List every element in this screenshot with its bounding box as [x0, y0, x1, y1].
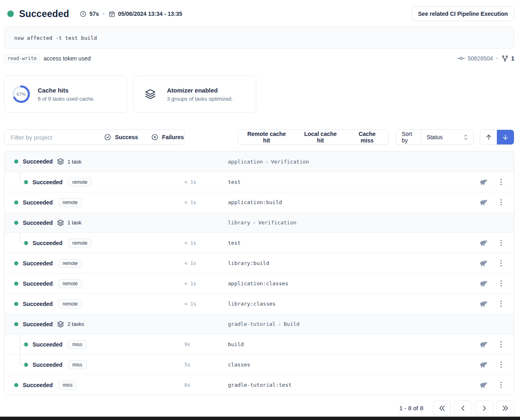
- cache-miss-button[interactable]: Cache miss: [346, 130, 388, 144]
- row-status-label: Succeeded: [23, 321, 53, 327]
- gradle-elephant-icon: [479, 178, 488, 187]
- atomizer-card[interactable]: Atomizer enabled 3 groups of tasks optim…: [133, 75, 256, 113]
- arrow-down-icon: [502, 134, 509, 141]
- status-dot-icon: [14, 383, 18, 387]
- cache-status-badge: miss: [68, 360, 87, 369]
- row-menu-button[interactable]: [500, 198, 503, 207]
- status-dot-icon: [14, 302, 18, 306]
- task-name: library:build: [228, 260, 269, 266]
- pagination: 1 - 8 of 8: [4, 401, 514, 416]
- gradle-scan-button[interactable]: [478, 278, 488, 289]
- group-row[interactable]: Succeeded2 tasksgradle-tutorial›Build: [4, 314, 514, 334]
- gradle-scan-button[interactable]: [478, 380, 488, 390]
- gradle-scan-button[interactable]: [478, 258, 488, 269]
- tree-connector: [20, 334, 25, 345]
- row-status-label: Succeeded: [23, 382, 53, 388]
- check-circle-icon: [104, 134, 111, 141]
- row-menu-button[interactable]: [500, 381, 503, 389]
- row-menu-button[interactable]: [500, 178, 503, 186]
- task-row[interactable]: Succeededremote< 1sapplication:build: [4, 192, 514, 212]
- row-menu-button[interactable]: [500, 259, 503, 267]
- gradle-scan-button[interactable]: [478, 299, 488, 309]
- remote-cache-hit-button[interactable]: Remote cache hit: [238, 130, 295, 144]
- cache-status-badge: miss: [58, 381, 77, 390]
- row-status-cluster: Succeededremote: [4, 259, 82, 268]
- token-type-badge: read-write: [4, 54, 40, 63]
- arrow-up-icon: [485, 134, 492, 141]
- task-row[interactable]: Succeededmiss9sbuild: [4, 334, 514, 354]
- task-duration: < 1s: [184, 240, 196, 246]
- command-box: nxw affected -t test build: [4, 27, 514, 49]
- row-status-cluster: Succeededremote: [4, 239, 92, 248]
- row-status-label: Succeeded: [32, 179, 63, 185]
- tree-connector: [20, 172, 25, 183]
- row-status-cluster: Succeededremote: [4, 178, 92, 187]
- success-filter-button[interactable]: Success: [98, 130, 145, 144]
- gradle-scan-button[interactable]: [478, 197, 488, 208]
- branch-icon: [501, 55, 509, 62]
- task-row[interactable]: Succeededmiss6sgradle-tutorial:test: [4, 375, 514, 395]
- vcs-info: 50828504 • 1: [457, 55, 514, 62]
- gradle-scan-button[interactable]: [478, 360, 488, 370]
- row-status-label: Succeeded: [32, 341, 63, 348]
- task-duration: 9s: [184, 342, 190, 347]
- gradle-scan-button[interactable]: [478, 238, 488, 248]
- local-cache-hit-button[interactable]: Local cache hit: [295, 130, 346, 144]
- branch-count: 1: [511, 55, 514, 62]
- status-dot-icon: [14, 200, 18, 205]
- sort-by-label: Sort by: [396, 130, 421, 144]
- task-duration: 5s: [184, 362, 190, 368]
- last-page-button[interactable]: [496, 401, 514, 416]
- sort-selected-value: Status: [427, 134, 443, 140]
- row-menu-button[interactable]: [500, 300, 503, 308]
- row-menu-button[interactable]: [500, 239, 503, 247]
- row-actions: [478, 258, 503, 269]
- task-name: build: [228, 341, 244, 347]
- project-filter-input[interactable]: [4, 130, 98, 144]
- first-page-button[interactable]: [433, 401, 451, 416]
- row-status-cluster: Succeededremote: [4, 279, 82, 288]
- status-dot-icon: [14, 282, 18, 286]
- commit-id[interactable]: 50828504: [468, 55, 493, 62]
- layers-icon: [57, 321, 64, 328]
- task-name: library:classes: [228, 301, 275, 307]
- row-menu-button[interactable]: [500, 340, 503, 349]
- cache-status-badge: miss: [68, 340, 87, 349]
- row-status-label: Succeeded: [23, 199, 53, 206]
- task-name: test: [228, 179, 240, 185]
- next-page-button[interactable]: [475, 401, 493, 416]
- chevron-right-icon: [481, 405, 488, 411]
- row-menu-button[interactable]: [500, 280, 503, 288]
- kebab-icon: [500, 179, 502, 185]
- sort-descending-button[interactable]: [497, 130, 514, 144]
- cache-status-badge: remote: [68, 239, 92, 248]
- gradle-scan-button[interactable]: [478, 339, 488, 350]
- success-filter-label: Success: [115, 134, 138, 140]
- group-row[interactable]: Succeeded1 tasklibrary›Verification: [4, 212, 514, 233]
- sort-select[interactable]: Status: [421, 130, 473, 144]
- row-menu-button[interactable]: [500, 361, 503, 369]
- task-row[interactable]: Succeededremote< 1slibrary:build: [4, 253, 514, 273]
- group-row[interactable]: Succeeded1 taskapplication›Verification: [4, 151, 514, 172]
- failures-filter-button[interactable]: Failures: [145, 130, 185, 144]
- previous-page-button[interactable]: [454, 401, 472, 416]
- task-name: gradle-tutorial:test: [228, 382, 292, 388]
- project-name: application: [228, 159, 263, 165]
- gradle-scan-button[interactable]: [478, 177, 488, 187]
- task-row[interactable]: Succeededremote< 1sapplication:classes: [4, 273, 514, 293]
- task-duration: < 1s: [184, 179, 196, 185]
- task-row[interactable]: Succeededremote< 1slibrary:classes: [4, 293, 514, 314]
- task-row[interactable]: Succeededremote< 1stest: [4, 172, 514, 192]
- target-group-name: Verification: [258, 220, 297, 226]
- kebab-icon: [500, 280, 502, 287]
- kebab-icon: [500, 240, 502, 246]
- sort-ascending-button[interactable]: [480, 130, 497, 144]
- task-count-label: 1 task: [67, 220, 82, 226]
- gradle-elephant-icon: [479, 340, 488, 349]
- gradle-elephant-icon: [479, 279, 488, 288]
- task-row[interactable]: Succeededmiss5sclasses: [4, 354, 514, 375]
- cache-hits-card[interactable]: 67% Cache hits 6 of 9 tasks used cache.: [4, 75, 127, 113]
- task-row[interactable]: Succeededremote< 1stest: [4, 233, 514, 253]
- project-target-path: library›Verification: [228, 220, 297, 226]
- see-related-ci-pipeline-button[interactable]: See related CI Pipeline Execution: [412, 6, 514, 21]
